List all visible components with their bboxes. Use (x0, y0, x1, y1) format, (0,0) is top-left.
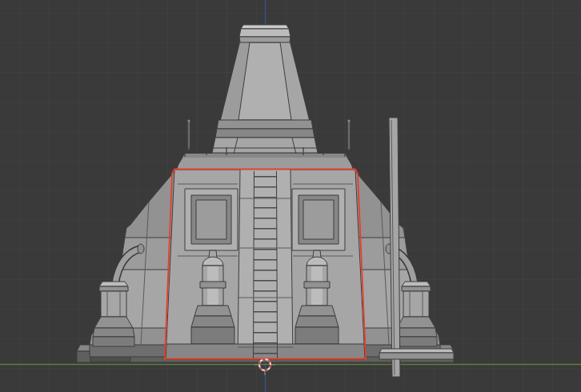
left-tower-base-upper (93, 328, 134, 337)
right-tower-body (403, 291, 429, 317)
chimney-neck (239, 37, 290, 42)
roof-parapet-lip (182, 154, 347, 158)
right-ground-slab[interactable] (379, 349, 454, 359)
right-tower-cap-band (402, 286, 431, 291)
right-window-pane (303, 200, 334, 239)
right-tower-base-upper (395, 328, 437, 337)
left-mast-cap (187, 119, 190, 122)
chimney-top-ring (239, 29, 290, 37)
3d-viewport[interactable] (0, 0, 581, 392)
left-pillar-plinth (191, 327, 234, 344)
right-tower-base-lower (395, 337, 437, 346)
fortress-main-block[interactable] (166, 170, 365, 359)
left-tower-cap-top (99, 282, 128, 286)
right-pillar-step1 (299, 306, 335, 316)
left-pillar-collar (200, 282, 226, 288)
chimney-collar-lower (215, 129, 315, 138)
right-tower-cap-top (402, 282, 431, 286)
left-pipe-flange (138, 244, 144, 254)
right-pillar-step2 (295, 316, 339, 327)
left-window-pane (196, 200, 226, 239)
left-tower-cap-band (99, 286, 128, 291)
right-pillar-collar (304, 282, 330, 288)
chimney-collar-upper (217, 120, 313, 129)
ground-slab-front (379, 353, 454, 359)
left-tower-base-lower (93, 337, 134, 346)
right-tower-flare (397, 317, 435, 328)
right-mast-cap (347, 119, 350, 122)
ground-slab-top (379, 349, 454, 353)
left-tower-flare (94, 317, 133, 328)
right-pillar-plinth (295, 327, 339, 344)
chimney-top-face (241, 25, 289, 29)
viewport-canvas[interactable] (0, 0, 581, 392)
left-pillar-step2 (191, 316, 234, 327)
left-pillar-step1 (194, 306, 231, 316)
left-tower-body (101, 291, 126, 317)
